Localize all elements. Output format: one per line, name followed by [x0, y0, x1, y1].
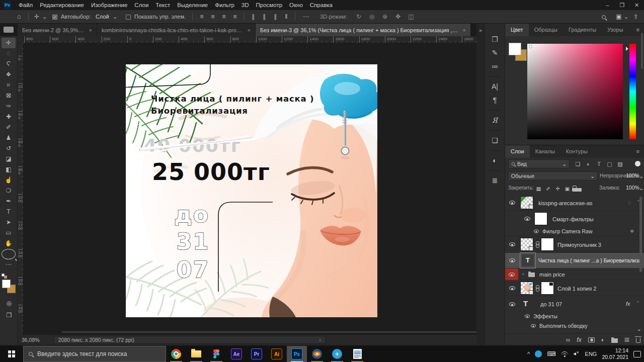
document-tab-3-active[interactable]: Без имени-3 @ 36,1% (Чистка лица ( пилин…	[256, 24, 471, 36]
eraser-tool[interactable]: ◪	[2, 154, 16, 164]
action-center-icon[interactable]	[633, 351, 641, 357]
clock[interactable]: 12:1420.07.2021	[602, 347, 628, 360]
zoom-tool[interactable]	[2, 249, 16, 259]
paragraph-panel-icon[interactable]: ¶	[485, 94, 505, 107]
chevron-down-icon[interactable]: ⌄	[113, 10, 117, 23]
autoselect-checkbox[interactable]: ✓	[52, 15, 57, 20]
tab-channels[interactable]: Каналы	[530, 145, 560, 158]
brush-tool[interactable]: ✐	[2, 122, 16, 133]
foreground-color-swatch[interactable]	[509, 43, 521, 55]
filter-name[interactable]: Фильтр Camera Raw	[542, 228, 618, 234]
scroll-down-icon[interactable]: ⌄	[637, 326, 641, 332]
marquee-tool[interactable]: ◌	[2, 48, 16, 59]
layer-row-group[interactable]: › main price	[505, 268, 644, 280]
show-controls-checkbox[interactable]	[126, 15, 131, 20]
menu-layers[interactable]: Слои	[131, 0, 152, 10]
color-picker-marker[interactable]	[529, 45, 532, 48]
filter-type-layers-icon[interactable]: T	[594, 159, 604, 168]
restore-button[interactable]: ❐	[615, 0, 629, 10]
menu-type[interactable]: Текст	[152, 0, 174, 10]
effects-row[interactable]: Эффекты	[505, 312, 644, 321]
visibility-eye-icon[interactable]	[509, 286, 515, 290]
healing-brush-tool[interactable]: ✚	[2, 112, 16, 122]
3d-pan-icon[interactable]: ⊕	[378, 10, 391, 23]
layer-name[interactable]: Смарт-фильтры	[552, 216, 628, 222]
artboard-canvas[interactable]: Чистка лица ( пилинг + маска ) Биоревита…	[126, 64, 377, 317]
chevron-down-icon[interactable]: ⌄	[639, 185, 643, 192]
menu-file[interactable]: Файл	[15, 0, 36, 10]
menu-filter[interactable]: Фильтр	[211, 0, 238, 10]
hue-slider[interactable]	[629, 44, 636, 139]
tray-expand-icon[interactable]: ^	[527, 351, 530, 357]
mask-thumbnail[interactable]	[541, 282, 554, 295]
clone-source-panel-icon[interactable]: ❐	[485, 33, 505, 46]
saturation-brightness-field[interactable]	[527, 44, 623, 139]
libraries-panel-icon[interactable]: ❏	[485, 134, 505, 147]
taskbar-search[interactable]: Введите здесь текст для поиска	[23, 346, 166, 362]
document-tab-2[interactable]: kombinirovannaya-chistka-lica-chto-eto-t…	[97, 24, 256, 36]
filter-pixel-layers-icon[interactable]: ❏	[573, 159, 583, 168]
new-layer-button[interactable]: ⊞	[624, 336, 629, 343]
shape-tool[interactable]: ▭	[2, 228, 16, 238]
hue-slider-marker[interactable]	[626, 47, 628, 51]
adjustment-layer-button[interactable]: ◐	[601, 336, 605, 343]
taskbar-photo-viewer[interactable]	[347, 346, 367, 362]
filter-mask-thumbnail[interactable]	[534, 212, 547, 225]
adjustments-panel-icon[interactable]: ◐	[485, 154, 505, 167]
3d-roll-icon[interactable]: ◎	[365, 10, 378, 23]
brush-settings-panel-icon[interactable]: ✎	[485, 46, 505, 60]
layer-name[interactable]: Прямоугольник 3	[557, 242, 633, 248]
collapse-icon[interactable]: ⌃	[636, 301, 640, 306]
3d-orbit-icon[interactable]: ↻	[352, 10, 365, 23]
distribute-bottom-icon[interactable]: ∥	[270, 10, 281, 23]
object-selection-tool[interactable]: ❖	[2, 69, 16, 80]
expand-panels-icon[interactable]: »	[479, 28, 482, 33]
vertical-ruler[interactable]: 020040060080010001200140016001800	[18, 43, 24, 335]
touch-keyboard-icon[interactable]: ⌨	[547, 350, 555, 357]
taskbar-figma[interactable]	[206, 346, 226, 362]
link-layers-button[interactable]: ∞	[566, 336, 571, 343]
align-edges-icon[interactable]: ≡	[229, 10, 240, 23]
taskbar-photoshop-active[interactable]: Ps	[287, 346, 307, 362]
toolbar-more-icon[interactable]: ⋯	[2, 259, 16, 270]
toolbar-grip-icon[interactable]	[4, 27, 14, 33]
panel-menu-icon[interactable]: ≡	[632, 145, 644, 158]
layer-filter-dropdown[interactable]: Вид ⌄	[508, 159, 570, 168]
3d-slide-icon[interactable]: ✥	[391, 10, 405, 23]
opacity-value[interactable]: 100%	[626, 172, 639, 178]
smart-filter-clip-icon[interactable]: ◌	[628, 200, 631, 206]
layer-styles-button[interactable]: fx	[577, 336, 581, 343]
fill-value[interactable]: 100%	[626, 185, 639, 191]
filter-adjustment-layers-icon[interactable]: ◐	[583, 159, 594, 168]
close-tab-icon[interactable]: ×	[89, 27, 92, 33]
filter-settings-icon[interactable]: ≑	[630, 228, 634, 234]
visibility-eye-icon[interactable]	[509, 242, 515, 246]
move-tool[interactable]: ✛	[2, 38, 16, 48]
canvas-pasteboard[interactable]: Чистка лица ( пилинг + маска ) Биоревита…	[24, 43, 476, 335]
close-tab-icon[interactable]: ×	[463, 27, 466, 33]
distribute-top-icon[interactable]: ∥	[248, 10, 259, 23]
search-icon[interactable]	[602, 15, 606, 19]
menu-3d[interactable]: 3D	[238, 0, 253, 10]
layer-thumbnail[interactable]	[520, 238, 533, 251]
foreground-color-swatch[interactable]	[2, 280, 11, 288]
group-name[interactable]: main price	[539, 272, 615, 278]
taskbar-blender[interactable]	[307, 346, 327, 362]
clone-stamp-tool[interactable]: ♟	[2, 133, 16, 143]
layer-name[interactable]: Чистка лица ( пилинг ...а ) Биоревитализ…	[538, 257, 641, 263]
taskbar-premiere[interactable]: Pr	[247, 346, 267, 362]
tab-gradients[interactable]: Градиенты	[563, 24, 602, 36]
workspace-icon[interactable]: ▣	[615, 10, 623, 23]
chevron-down-icon[interactable]: ⌄	[624, 10, 628, 23]
eyedropper-tool[interactable]: ✑	[2, 101, 16, 112]
horizontal-scrollbar[interactable]	[61, 331, 487, 333]
visibility-eye-icon[interactable]	[509, 201, 515, 205]
text-layer-thumbnail[interactable]: T	[522, 254, 534, 266]
autoselect-target-dropdown[interactable]: Слой	[96, 10, 109, 23]
zoom-level[interactable]: 36,08%	[22, 337, 40, 343]
smart-filters-row[interactable]: Смарт-фильтры	[505, 211, 644, 227]
horizontal-ruler[interactable]: 8006004002000200400600800100012001400160…	[24, 36, 476, 43]
tab-paths[interactable]: Контуры	[560, 145, 593, 158]
group-expand-icon[interactable]: ›	[522, 270, 524, 277]
swap-colors-icon[interactable]	[4, 276, 7, 279]
